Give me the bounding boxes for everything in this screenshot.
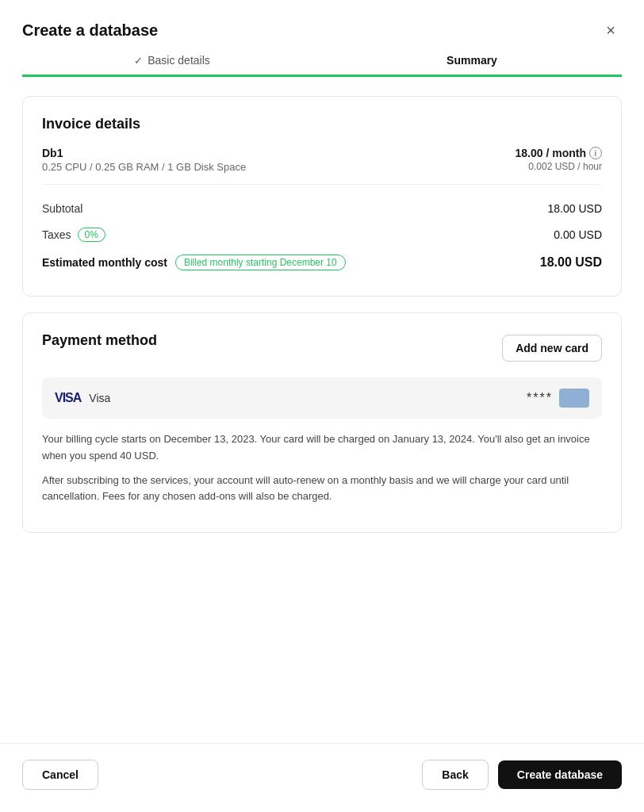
step-check-icon: ✓ (134, 55, 143, 67)
steps: ✓ Basic details Summary (22, 54, 622, 67)
close-button[interactable]: × (600, 19, 622, 41)
steps-container: ✓ Basic details Summary (0, 54, 644, 67)
price-per-hour: 0.002 USD / hour (516, 161, 602, 172)
subtotal-row: Subtotal 18.00 USD (42, 196, 602, 221)
visa-card-row[interactable]: VISA Visa **** (42, 377, 602, 419)
invoice-card: Invoice details Db1 0.25 CPU / 0.25 GB R… (22, 96, 622, 297)
cancel-button[interactable]: Cancel (22, 760, 98, 790)
back-button[interactable]: Back (422, 760, 488, 790)
add-new-card-button[interactable]: Add new card (502, 335, 602, 362)
tax-badge: 0% (78, 228, 105, 242)
payment-header: Payment method Add new card (42, 332, 602, 363)
visa-logo: VISA (55, 391, 81, 405)
dialog-footer: Cancel Back Create database (0, 743, 644, 812)
taxes-label: Taxes 0% (42, 228, 105, 242)
visa-label: Visa (89, 392, 110, 404)
invoice-db-row: Db1 0.25 CPU / 0.25 GB RAM / 1 GB Disk S… (42, 147, 602, 185)
db-specs: 0.25 CPU / 0.25 GB RAM / 1 GB Disk Space (42, 161, 246, 173)
estimated-value: 18.00 USD (540, 255, 602, 270)
progress-bar (22, 75, 622, 77)
price-per-month: 18.00 / month i (516, 147, 602, 159)
step-basic-details: ✓ Basic details (22, 54, 322, 67)
visa-right: **** (527, 389, 589, 408)
step-basic-details-label: Basic details (148, 54, 210, 67)
payment-card: Payment method Add new card VISA Visa **… (22, 312, 622, 533)
estimated-label: Estimated monthly cost Billed monthly st… (42, 255, 346, 270)
payment-section-title: Payment method (42, 332, 157, 349)
info-icon[interactable]: i (589, 147, 602, 159)
step-summary: Summary (322, 54, 622, 67)
create-database-dialog: Create a database × ✓ Basic details Summ… (0, 0, 644, 812)
invoice-db-left: Db1 0.25 CPU / 0.25 GB RAM / 1 GB Disk S… (42, 147, 246, 173)
db-name: Db1 (42, 147, 246, 159)
footer-right: Back Create database (422, 760, 622, 790)
dialog-header: Create a database × (0, 0, 644, 54)
visa-left: VISA Visa (55, 391, 110, 405)
billing-note-1: Your billing cycle starts on December 13… (42, 431, 602, 465)
estimated-cost-row: Estimated monthly cost Billed monthly st… (42, 248, 602, 277)
create-database-button[interactable]: Create database (498, 760, 622, 789)
invoice-db-right: 18.00 / month i 0.002 USD / hour (516, 147, 602, 172)
main-content: Invoice details Db1 0.25 CPU / 0.25 GB R… (0, 77, 644, 743)
dialog-title: Create a database (22, 21, 158, 40)
taxes-row: Taxes 0% 0.00 USD (42, 221, 602, 248)
step-summary-label: Summary (447, 54, 497, 67)
subtotal-value: 18.00 USD (548, 202, 602, 215)
billing-badge: Billed monthly starting December 10 (175, 255, 346, 270)
progress-bar-fill (22, 75, 622, 77)
billing-note-2: After subscribing to the services, your … (42, 473, 602, 506)
invoice-section-title: Invoice details (42, 116, 602, 132)
taxes-value: 0.00 USD (554, 228, 602, 241)
card-dots: **** (527, 391, 553, 405)
subtotal-label: Subtotal (42, 202, 82, 215)
card-last-digits (559, 389, 589, 408)
